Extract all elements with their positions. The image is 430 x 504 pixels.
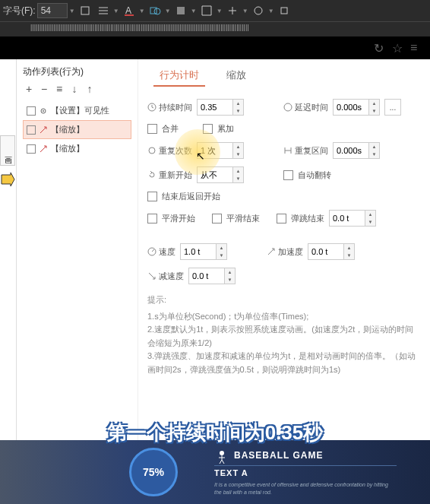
dropdown-6[interactable]: ▼ [242,4,248,17]
return-start-checkbox[interactable] [147,192,157,201]
restart-label: 重新开始 [159,170,192,181]
spinner-up[interactable]: ▲ [217,244,226,252]
delay-input[interactable] [334,100,368,115]
accel-spinner[interactable]: ▲▼ [308,243,355,260]
video-subtitle: 第一个持续时间为0.35秒 [0,420,430,446]
checkbox-icon[interactable] [27,106,36,116]
auto-flip-checkbox[interactable] [283,170,293,180]
delay-more-button[interactable]: ... [384,99,401,116]
repeat-interval-spinner[interactable]: ▲▼ [333,142,380,159]
action-item-scale-2[interactable]: 【缩放】 [23,139,131,158]
dropdown-7[interactable]: ▼ [268,4,274,17]
smooth-start-checkbox[interactable] [147,214,157,223]
spinner-up[interactable]: ▲ [369,100,379,107]
spinner-down[interactable]: ▼ [369,151,379,158]
duration-input[interactable] [198,100,232,115]
move-down-button[interactable]: ↓ [68,83,81,95]
banner-subtitle: TEXT A [214,468,397,479]
tab-behavior-timing[interactable]: 行为计时 [153,65,205,87]
spinner-down[interactable]: ▼ [344,252,354,259]
move-up-button[interactable]: ↑ [84,83,96,95]
restart-input[interactable] [198,167,232,182]
dropdown-2[interactable]: ▼ [139,4,145,17]
refresh-icon[interactable]: ↻ [374,41,386,53]
decel-input[interactable] [189,268,224,284]
restart-spinner[interactable]: ▲▼ [197,166,244,183]
side-tab[interactable]: 画 [0,135,15,166]
decel-spinner[interactable]: ▲▼ [188,268,236,284]
bold-button[interactable] [77,2,93,19]
spinner-down[interactable]: ▼ [369,107,379,115]
font-color-button[interactable]: A [121,2,138,19]
align-button[interactable] [95,2,112,19]
tab-scale[interactable]: 缩放 [220,65,252,87]
svg-point-13 [220,451,224,455]
add-action-button[interactable]: + [23,83,35,95]
action-list-title: 动作列表(行为) [23,65,131,78]
spinner-up[interactable]: ▲ [365,211,375,218]
pin-icon[interactable]: ☆ [392,41,404,53]
accel-input[interactable] [308,244,343,259]
tool-5[interactable] [198,2,215,19]
decel-icon [147,271,157,281]
font-size-input[interactable] [37,3,68,18]
spinner-up[interactable]: ▲ [233,143,243,151]
speed-label: 速度 [159,246,175,258]
spinner-down[interactable]: ▼ [225,276,235,284]
tool-8[interactable] [276,2,292,19]
dropdown-4[interactable]: ▼ [191,4,197,17]
dropdown-3[interactable]: ▼ [165,4,171,17]
bounce-end-checkbox[interactable] [277,214,286,223]
spinner-down[interactable]: ▼ [233,151,243,158]
speed-spinner[interactable]: ▲▼ [180,243,227,260]
spinner-down[interactable]: ▼ [233,107,243,115]
timing-properties: 行为计时 缩放 持续时间 ▲▼ 延迟时间 ▲▼ ... 合并 累加 重复次数 ▲… [138,59,430,447]
accumulate-label: 累加 [217,123,234,135]
svg-point-9 [43,110,44,112]
spinner-up[interactable]: ▲ [225,268,235,276]
tool-4[interactable] [172,2,189,19]
spinner-up[interactable]: ▲ [233,100,243,107]
speed-input[interactable] [181,244,216,259]
action-item-visibility[interactable]: 【设置】可见性 [23,101,131,120]
dropdown-1[interactable]: ▼ [113,4,119,17]
repeat-interval-input[interactable] [334,143,368,158]
scale-icon [39,144,48,154]
bottom-banner: 75% BASEBALL GAME TEXT A It is a competi… [0,440,430,504]
bounce-end-input[interactable] [330,211,365,226]
bounce-end-spinner[interactable]: ▲▼ [329,210,376,227]
font-size-dropdown[interactable]: ▼ [69,4,75,17]
accumulate-checkbox[interactable] [203,124,213,134]
svg-point-6 [255,7,262,14]
delay-spinner[interactable]: ▲▼ [333,99,380,116]
shape-button[interactable] [147,2,163,19]
action-item-scale-1[interactable]: 【缩放】 [23,120,131,139]
spinner-up[interactable]: ▲ [369,143,379,151]
duration-spinner[interactable]: ▲▼ [197,99,244,116]
arrow-right-icon [0,172,15,187]
auto-flip-label: 自动翻转 [298,170,331,181]
accel-label: 加速度 [278,246,303,258]
menu-icon[interactable]: ≡ [410,41,422,53]
checkbox-icon[interactable] [27,125,36,135]
tool-7[interactable] [250,2,267,19]
tool-6[interactable] [224,2,241,19]
action-menu-button[interactable]: ≡ [53,83,65,95]
svg-rect-0 [81,7,89,14]
clock-icon [147,103,157,112]
checkbox-icon[interactable] [27,144,36,154]
dropdown-5[interactable]: ▼ [217,4,223,17]
spinner-down[interactable]: ▼ [217,252,226,259]
spinner-up[interactable]: ▲ [344,244,354,252]
spinner-down[interactable]: ▼ [233,175,243,182]
spinner-down[interactable]: ▼ [365,218,375,226]
smooth-end-checkbox[interactable] [212,214,222,223]
remove-action-button[interactable]: − [38,83,50,95]
delay-icon [283,103,292,112]
spinner-up[interactable]: ▲ [233,167,243,175]
delay-label: 延迟时间 [295,102,328,113]
smooth-start-label: 平滑开始 [162,213,195,224]
svg-rect-7 [281,8,287,14]
cursor-icon: ↖ [196,150,205,162]
merge-checkbox[interactable] [147,124,157,134]
